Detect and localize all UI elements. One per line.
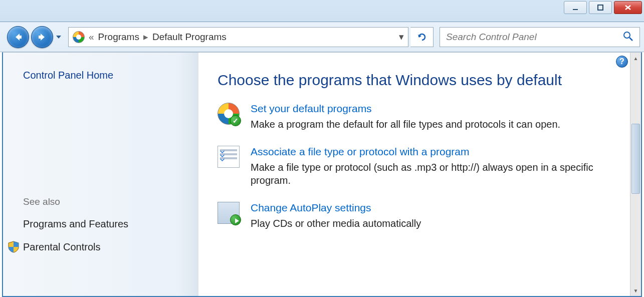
svg-rect-1 [598, 5, 603, 10]
window-controls [564, 1, 642, 14]
arrow-left-icon [13, 32, 24, 43]
chevron-down-icon [56, 34, 62, 40]
search-icon[interactable] [622, 31, 633, 43]
scroll-track[interactable] [630, 64, 641, 285]
associate-icon [218, 146, 240, 168]
breadcrumb-level-2[interactable]: Default Programs [152, 32, 227, 43]
breadcrumb-level-1[interactable]: Programs [98, 32, 139, 43]
address-breadcrumb[interactable]: « Programs ▸ Default Programs ▾ [68, 27, 408, 47]
forward-button[interactable] [31, 26, 53, 48]
main-panel: ? Choose the programs that Windows uses … [198, 53, 641, 296]
back-button[interactable] [7, 26, 29, 48]
help-button[interactable]: ? [616, 56, 628, 68]
default-programs-icon: ✓ [218, 103, 240, 125]
task-link-autoplay[interactable]: Change AutoPlay settings [251, 202, 622, 214]
control-panel-home-link[interactable]: Control Panel Home [23, 70, 180, 81]
svg-point-4 [624, 32, 630, 38]
task-desc: Play CDs or other media automatically [251, 217, 622, 230]
window-titlebar [0, 0, 644, 22]
refresh-icon [416, 32, 427, 43]
sidebar-link-label: Parental Controls [23, 241, 101, 253]
scrollbar[interactable]: ▲ ▼ [630, 53, 641, 296]
control-panel-icon [73, 31, 85, 43]
task-link-set-default[interactable]: Set your default programs [251, 103, 622, 115]
scroll-down-arrow[interactable]: ▼ [630, 285, 641, 296]
navigation-bar: « Programs ▸ Default Programs ▾ [0, 22, 644, 52]
sidebar-link-parental-controls[interactable]: Parental Controls [8, 241, 180, 253]
task-desc: Make a file type or protocol (such as .m… [251, 161, 622, 187]
task-change-autoplay: Change AutoPlay settings Play CDs or oth… [218, 202, 622, 230]
breadcrumb-separator-icon: ▸ [143, 31, 148, 43]
shield-icon [8, 241, 19, 253]
sidebar-link-programs-features[interactable]: Programs and Features [23, 218, 180, 230]
see-also-label: See also [23, 196, 180, 207]
breadcrumb-dropdown-icon[interactable]: ▾ [399, 31, 404, 43]
task-set-default-programs: ✓ Set your default programs Make a progr… [218, 103, 622, 131]
sidebar-link-label: Programs and Features [23, 218, 128, 230]
minimize-button[interactable] [564, 1, 587, 14]
breadcrumb-back-chevron[interactable]: « [89, 32, 94, 43]
search-box[interactable] [440, 27, 640, 47]
recent-pages-dropdown[interactable] [54, 33, 63, 42]
task-associate-file-type: Associate a file type or protocol with a… [218, 146, 622, 187]
svg-line-5 [629, 38, 632, 41]
content-area: Control Panel Home See also Programs and… [2, 52, 642, 297]
close-button[interactable] [614, 1, 642, 14]
autoplay-icon [218, 202, 240, 224]
scroll-up-arrow[interactable]: ▲ [630, 53, 641, 64]
refresh-button[interactable] [410, 27, 434, 47]
sidebar: Control Panel Home See also Programs and… [3, 53, 198, 296]
maximize-button[interactable] [589, 1, 612, 14]
task-link-associate[interactable]: Associate a file type or protocol with a… [251, 146, 622, 158]
search-input[interactable] [446, 32, 622, 43]
task-desc: Make a program the default for all file … [251, 118, 622, 131]
arrow-right-icon [37, 32, 48, 43]
page-heading: Choose the programs that Windows uses by… [218, 72, 622, 89]
scroll-thumb[interactable] [631, 124, 640, 194]
